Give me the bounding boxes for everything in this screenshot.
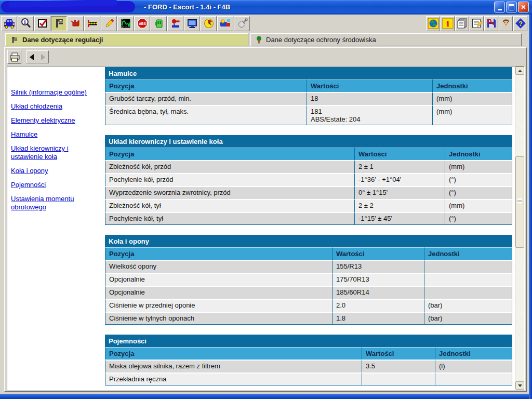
table-row: Zbieżność kół, przód2 ± 1(mm) — [105, 160, 512, 173]
column-header: Jednostki — [432, 79, 512, 92]
table-cell: (°) — [445, 186, 512, 199]
back-icon — [28, 53, 35, 61]
globe-button[interactable] — [426, 16, 440, 31]
sidebar-link-engine-general[interactable]: Silnik (informacje ogólne) — [11, 88, 98, 97]
clock-icon — [203, 18, 215, 29]
table-cell — [362, 373, 435, 385]
window-right-border — [529, 15, 532, 399]
data-tables-area: HamulcePozycjaWartościJednostkiGrubość t… — [101, 66, 515, 390]
table-cell: 18 — [307, 92, 432, 105]
pencil-button[interactable] — [101, 16, 117, 31]
scroll-down-button[interactable] — [515, 381, 524, 390]
table-row: Ciśnienie w tylnych oponach1.8(bar) — [105, 312, 512, 325]
notes-button[interactable] — [470, 16, 484, 31]
sidebar-link-cooling-system[interactable]: Układ chłodzenia — [11, 102, 98, 111]
table-row: Miska olejowa silnika, razem z filtrem3.… — [105, 360, 512, 373]
sidebar-link-steering-wheel-alignment[interactable]: Układ kierowniczy i ustawienie koła — [11, 144, 98, 161]
table-steering-wheel-alignment: Układ kierowniczy i ustawienie kołaPozyc… — [105, 135, 512, 225]
help-button[interactable]: ? — [513, 16, 527, 31]
toolbar-left-group: i++++ABS — [1, 16, 250, 31]
documents-button[interactable] — [455, 16, 469, 31]
table-cell: (mm) — [432, 105, 512, 125]
scrollbar-track[interactable] — [515, 75, 524, 381]
application-window: - FORD - Escort - 1.4i - F4B i++++ABS i?… — [0, 0, 532, 399]
table-cell: (mm) — [445, 199, 512, 212]
table-cell: Ciśnienie w przedniej oponie — [105, 299, 332, 312]
save-key-button[interactable] — [484, 16, 498, 31]
vehicle-button[interactable] — [1, 16, 17, 31]
print-icon — [9, 51, 20, 63]
timing-belt-icon: ++++ — [87, 18, 98, 29]
table-capacities: PojemnościPozycjaWartościJednostkiMiska … — [105, 335, 512, 385]
monitor-button[interactable] — [184, 16, 200, 31]
sidebar-nav: Silnik (informacje ogólne)Układ chłodzen… — [7, 66, 101, 390]
table-title: Koła i opony — [105, 235, 512, 247]
timing-belt-button[interactable]: ++++ — [84, 16, 100, 31]
table-cell: Wyprzedzenie sworznia zwrotnicy, przód — [105, 186, 354, 199]
connector-button[interactable] — [151, 16, 167, 31]
table-cell — [435, 373, 512, 385]
table-row: Ciśnienie w przedniej oponie2.0(bar) — [105, 299, 512, 312]
identification-search-button[interactable]: i — [18, 16, 34, 31]
diagnostic-tester-button[interactable] — [167, 16, 183, 31]
lubricants-button[interactable] — [68, 16, 84, 31]
inspection-checklist-button[interactable] — [34, 16, 50, 31]
scroll-up-button[interactable] — [515, 66, 524, 75]
minimize-button[interactable] — [494, 2, 505, 12]
vertical-scrollbar[interactable] — [515, 66, 524, 390]
oscilloscope-button[interactable] — [117, 16, 134, 31]
body-paint-button[interactable] — [217, 16, 233, 31]
tab-adjustment-data[interactable]: Dane dotyczące regulacji — [5, 33, 248, 46]
body-paint-icon — [219, 18, 232, 29]
navigate-back-button[interactable] — [26, 50, 37, 63]
column-header: Pozycja — [105, 247, 332, 260]
adjustment-data-button[interactable] — [51, 16, 67, 31]
close-button[interactable] — [518, 2, 529, 12]
table-cell — [424, 286, 512, 299]
main-toolbar: i++++ABS i? — [0, 15, 529, 32]
contact-person-button[interactable] — [499, 16, 513, 31]
table-cell: (mm) — [432, 92, 512, 105]
info-button[interactable]: i — [441, 16, 455, 31]
table-cell: -1°15' ± 45' — [354, 212, 445, 225]
trowel-button[interactable] — [234, 16, 250, 31]
window-title: - FORD - Escort - 1.4i - F4B — [144, 3, 230, 11]
table-cell: 185/60R14 — [332, 286, 424, 299]
table-cell: Pochylenie kół, przód — [105, 173, 354, 186]
trowel-icon — [236, 18, 248, 29]
vehicle-icon — [3, 18, 16, 29]
tab-label: Dane dotyczące ochrony środowiska — [266, 36, 376, 44]
table-row: Zbieżność kół, tył2 ± 2(mm) — [105, 199, 512, 212]
column-header: Jednostki — [445, 148, 512, 160]
tab-environmental-data[interactable]: Dane dotyczące ochrony środowiska — [250, 33, 522, 46]
adjustment-data-icon — [54, 18, 65, 29]
window-controls — [494, 2, 529, 12]
table-row: Pochylenie kół, tył-1°15' ± 45'(°) — [105, 212, 512, 225]
column-header: Pozycja — [105, 79, 307, 92]
scrollbar-thumb[interactable] — [515, 156, 524, 248]
svg-text:++++: ++++ — [88, 21, 98, 26]
clock-button[interactable] — [201, 16, 217, 31]
table-row: Wyprzedzenie sworznia zwrotnicy, przód0°… — [105, 186, 512, 199]
abs-icon: ABS — [137, 18, 148, 29]
sidebar-link-capacities[interactable]: Pojemności — [11, 181, 98, 189]
column-header: Wartości — [362, 347, 435, 360]
navigate-forward-button[interactable] — [37, 50, 49, 63]
sidebar-link-torque-settings[interactable]: Ustawienia momentu obrotowego — [11, 195, 98, 211]
sidebar-link-electrical-elements[interactable]: Elementy elektryczne — [11, 116, 98, 125]
abs-button[interactable]: ABS — [134, 16, 150, 31]
print-button[interactable] — [7, 50, 21, 64]
sidebar-link-brakes[interactable]: Hamulce — [11, 130, 98, 139]
arrow-up-icon — [518, 70, 522, 72]
maximize-button[interactable] — [506, 2, 517, 12]
svg-text:i: i — [24, 20, 26, 25]
globe-icon — [428, 18, 439, 29]
table-cell: Opcjonalnie — [105, 286, 332, 299]
identification-search-icon: i — [20, 18, 32, 29]
table-cell: 175/70R13 — [332, 273, 424, 286]
title-bar: - FORD - Escort - 1.4i - F4B — [0, 0, 532, 15]
table-cell: 2 ± 2 — [354, 199, 445, 212]
table-row: Przekładnia ręczna — [105, 373, 512, 385]
column-header: Wartości — [307, 79, 432, 92]
sidebar-link-wheels-tyres[interactable]: Koła i opony — [11, 167, 98, 175]
